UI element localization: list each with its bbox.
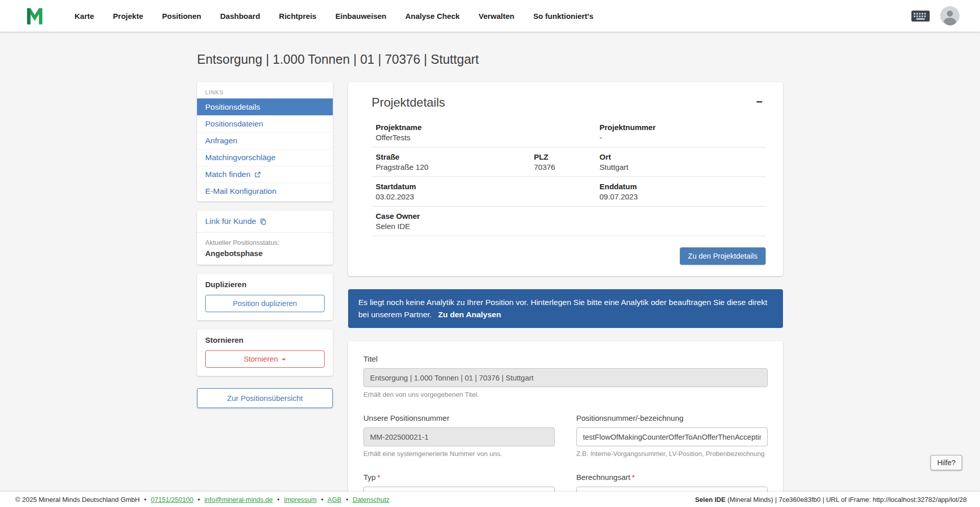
sidebar-item-matchingvorschlaege[interactable]: Matchingvorschläge xyxy=(197,149,333,166)
sidebar-item-label: Match finden xyxy=(205,170,251,179)
plz-value: 70376 xyxy=(534,163,600,171)
footer-impressum-link[interactable]: Impressum xyxy=(284,496,316,503)
titel-help: Erhält den von uns vorgegebenen Titel. xyxy=(363,391,768,398)
nav-verwalten[interactable]: Verwalten xyxy=(479,12,514,20)
cancel-card: Stornieren Stornieren xyxy=(197,329,333,376)
sidebar-item-label: Positionsdateien xyxy=(205,119,263,129)
session-details: (Mineral Minds) | 7ce360e83fb0 | URL of … xyxy=(726,496,967,503)
duplicate-position-button[interactable]: Position duplizieren xyxy=(205,295,325,312)
nav-dashboard[interactable]: Dashboard xyxy=(220,12,260,20)
sidebar-item-positionsdateien[interactable]: Positionsdateien xyxy=(197,115,333,132)
analyses-link[interactable]: Zu den Analysen xyxy=(438,310,501,319)
nav-so-funktionierts[interactable]: So funktioniert's xyxy=(533,12,594,20)
copyright-text: © 2025 Mineral Minds Deutschland GmbH xyxy=(15,496,140,503)
main-nav: Karte Projekte Positionen Dashboard Rich… xyxy=(75,12,594,20)
separator: • xyxy=(277,496,280,503)
sidebar-item-anfragen[interactable]: Anfragen xyxy=(197,132,333,149)
typ-label: Typ* xyxy=(363,473,555,481)
externe-positionsnummer-input[interactable] xyxy=(576,427,768,446)
sidebar: LINKS Positionsdetails Positionsdateien … xyxy=(197,82,333,408)
case-owner-label: Case Owner xyxy=(376,212,762,220)
titel-input xyxy=(363,368,768,387)
footer-email-link[interactable]: info@mineral-minds.de xyxy=(204,496,273,503)
nav-positionen[interactable]: Positionen xyxy=(162,12,202,20)
project-details-heading: Projektdetails xyxy=(372,95,445,110)
position-status-label: Aktueller Positionsstatus: xyxy=(205,239,325,246)
positionsnummer-label: Unsere Positionsnummer xyxy=(363,414,555,422)
project-details-card: Projektdetails − Projektname OfferTests … xyxy=(348,82,783,276)
separator: • xyxy=(346,496,349,503)
nav-einbauweisen[interactable]: Einbauweisen xyxy=(335,12,386,20)
page-content: Entsorgung | 1.000 Tonnen | 01 | 70376 |… xyxy=(197,32,783,507)
customer-status-card: Link für Kunde Aktueller Positionsstatus… xyxy=(197,211,333,265)
top-nav: Karte Projekte Positionen Dashboard Rich… xyxy=(0,0,980,32)
externe-positionsnummer-help: Z.B. Interne-Vorgangsnummer, LV-Position… xyxy=(576,450,768,458)
required-mark: * xyxy=(377,473,380,481)
titel-label: Titel xyxy=(363,354,768,363)
separator: • xyxy=(198,496,200,503)
enddatum-label: Enddatum xyxy=(599,182,762,191)
position-form-card: Titel Erhält den von uns vorgegebenen Ti… xyxy=(348,341,783,507)
link-fuer-kunde-label: Link für Kunde xyxy=(205,217,256,226)
sidebar-item-label: Positionsdetails xyxy=(205,103,260,112)
ort-label: Ort xyxy=(599,153,762,161)
ort-value: Stuttgart xyxy=(599,163,762,171)
project-details-button[interactable]: Zu den Projektdetails xyxy=(680,247,766,265)
position-overview-button[interactable]: Zur Positionsübersicht xyxy=(197,388,333,408)
startdatum-value: 03.02.2023 xyxy=(376,192,599,201)
plz-label: PLZ xyxy=(534,153,600,161)
sidebar-item-label: Anfragen xyxy=(205,136,237,145)
sidebar-item-email-konfiguration[interactable]: E-Mail Konfiguration xyxy=(197,183,333,199)
nav-karte[interactable]: Karte xyxy=(75,12,94,20)
page-title: Entsorgung | 1.000 Tonnen | 01 | 70376 |… xyxy=(197,52,783,67)
divider xyxy=(197,232,333,233)
berechnungsart-label: Berechnungsart* xyxy=(576,473,768,481)
mineral-minds-logo-icon xyxy=(24,6,45,26)
required-mark: * xyxy=(632,473,635,481)
projektname-value: OfferTests xyxy=(376,133,599,142)
main-column: Projektdetails − Projektname OfferTests … xyxy=(348,82,783,507)
position-status-value: Angebotsphase xyxy=(205,249,325,258)
externe-positionsnummer-label: Positionsnummer/-bezeichnung xyxy=(576,414,768,422)
analytics-banner: Es liegt noch keine Analytik zu Ihrer Po… xyxy=(348,289,783,328)
footer-phone-link[interactable]: 07151/250100 xyxy=(151,496,193,503)
duplicate-card: Duplizieren Position duplizieren xyxy=(197,274,333,320)
table-row: Straße Pragstraße 120 PLZ 70376 Ort Stut… xyxy=(372,147,766,177)
links-heading: LINKS xyxy=(197,86,333,98)
sidebar-item-label: E-Mail Konfiguration xyxy=(205,187,277,196)
app-logo[interactable] xyxy=(24,6,45,26)
nav-projekte[interactable]: Projekte xyxy=(113,12,143,20)
project-details-table: Projektname OfferTests Projektnummer - S… xyxy=(372,118,766,236)
sidebar-item-positionsdetails[interactable]: Positionsdetails xyxy=(197,98,333,115)
analytics-banner-text: Es liegt noch keine Analytik zu Ihrer Po… xyxy=(358,298,767,319)
projektname-label: Projektname xyxy=(376,123,599,132)
help-button[interactable]: Hilfe? xyxy=(930,455,962,470)
footer-agb-link[interactable]: AGB xyxy=(328,496,341,503)
strasse-value: Pragstraße 120 xyxy=(376,163,534,171)
positionsnummer-help: Erhält eine systemgenerierte Nummer von … xyxy=(363,450,555,458)
keyboard-icon[interactable] xyxy=(911,10,930,22)
sidebar-item-match-finden[interactable]: Match finden xyxy=(197,166,333,183)
separator: • xyxy=(144,496,146,503)
sidebar-item-label: Matchingvorschläge xyxy=(205,153,276,162)
duplicate-heading: Duplizieren xyxy=(205,280,325,289)
copy-icon xyxy=(260,218,266,225)
collapse-button[interactable]: − xyxy=(753,95,766,109)
external-link-icon xyxy=(254,171,261,178)
strasse-label: Straße xyxy=(376,153,534,161)
projektnummer-value: - xyxy=(599,133,762,142)
positionsnummer-input xyxy=(363,427,555,446)
link-fuer-kunde[interactable]: Link für Kunde xyxy=(205,217,266,226)
footer-left: © 2025 Mineral Minds Deutschland GmbH • … xyxy=(15,496,389,503)
nav-analyse-check[interactable]: Analyse Check xyxy=(405,12,460,20)
cancel-button[interactable]: Stornieren xyxy=(205,350,325,368)
footer-datenschutz-link[interactable]: Datenschutz xyxy=(353,496,389,503)
projektnummer-label: Projektnummer xyxy=(599,123,762,132)
nav-richtpreis[interactable]: Richtpreis xyxy=(279,12,316,20)
table-row: Case Owner Selen IDE xyxy=(372,207,766,236)
session-user: Selen IDE xyxy=(695,496,726,503)
table-row: Projektname OfferTests Projektnummer - xyxy=(372,118,766,147)
footer: © 2025 Mineral Minds Deutschland GmbH • … xyxy=(0,492,980,507)
user-avatar-icon[interactable] xyxy=(940,6,960,26)
chevron-down-icon xyxy=(282,359,286,361)
